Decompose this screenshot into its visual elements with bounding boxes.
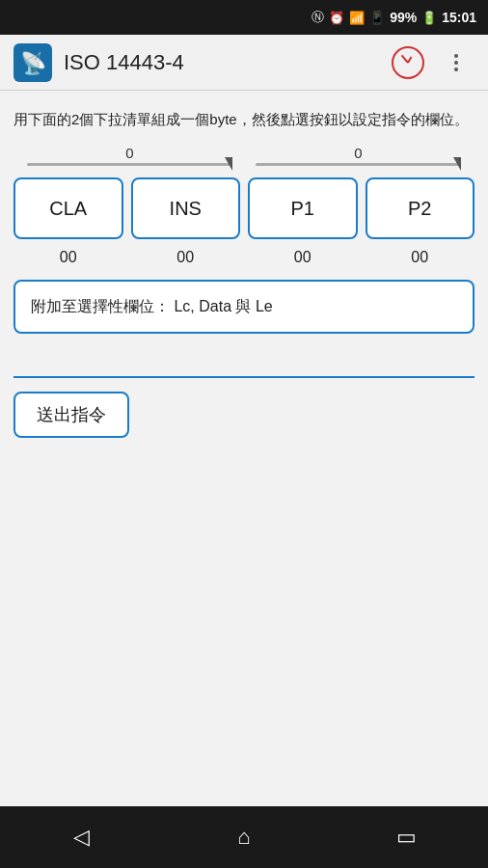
home-button[interactable]: ⌂ xyxy=(215,816,273,858)
slider-track-1[interactable] xyxy=(27,163,232,166)
p2-button[interactable]: P2 xyxy=(366,177,475,239)
ins-hex: 00 xyxy=(131,249,241,266)
menu-button[interactable] xyxy=(436,42,476,83)
optional-fields-label: 附加至選擇性欄位： Lc, Data 與 Le xyxy=(31,298,273,314)
instruction-text: 用下面的2個下拉清單組成一個byte，然後點選按鈕以設定指令的欄位。 xyxy=(14,108,474,131)
nav-bar: ◁ ⌂ ▭ xyxy=(0,806,488,868)
main-content: 用下面的2個下拉清單組成一個byte，然後點選按鈕以設定指令的欄位。 0 0 C… xyxy=(0,91,488,806)
home-icon: ⌂ xyxy=(237,825,250,850)
title-actions xyxy=(388,42,476,83)
clock-hand-minute xyxy=(401,54,409,63)
ins-button[interactable]: INS xyxy=(131,177,241,239)
app-title: ISO 14443-4 xyxy=(64,50,388,75)
title-bar: 📡 ISO 14443-4 xyxy=(0,35,488,91)
cla-button[interactable]: CLA xyxy=(14,177,123,239)
slider-track-2[interactable] xyxy=(256,163,461,166)
p1-button[interactable]: P1 xyxy=(248,177,358,239)
menu-dot-3 xyxy=(454,68,458,71)
recent-icon: ▭ xyxy=(396,825,417,850)
sliders-row: 0 0 xyxy=(14,145,474,166)
battery-text: 99% xyxy=(390,10,417,25)
alarm-icon: ⏰ xyxy=(329,11,344,25)
slider-group-1: 0 xyxy=(15,145,244,166)
p1-hex: 00 xyxy=(248,249,358,266)
clock-icon xyxy=(392,46,424,79)
svg-text:📡: 📡 xyxy=(20,50,47,76)
slider-group-2: 0 xyxy=(244,145,473,166)
optional-fields-box: 附加至選擇性欄位： Lc, Data 與 Le xyxy=(14,280,474,334)
slider-value-2: 0 xyxy=(354,145,362,161)
wifi-icon: 📶 xyxy=(349,11,365,25)
recent-button[interactable]: ▭ xyxy=(378,816,436,858)
send-button[interactable]: 送出指令 xyxy=(14,392,129,438)
slider-thumb-1 xyxy=(225,157,232,171)
status-bar: Ⓝ ⏰ 📶 📱 99% 🔋 15:01 xyxy=(0,0,488,35)
battery-icon: 🔋 xyxy=(421,11,437,25)
app-icon: 📡 xyxy=(12,41,54,84)
slider-value-1: 0 xyxy=(125,145,133,161)
back-button[interactable]: ◁ xyxy=(52,816,110,858)
clock-button[interactable] xyxy=(388,42,428,83)
back-icon: ◁ xyxy=(73,825,90,850)
time-text: 15:01 xyxy=(442,10,476,25)
text-input[interactable] xyxy=(14,343,474,378)
byte-buttons-row: CLA INS P1 P2 xyxy=(14,177,474,239)
p2-hex: 00 xyxy=(366,249,475,266)
nfc-icon: Ⓝ xyxy=(312,9,324,26)
cla-hex: 00 xyxy=(14,249,123,266)
menu-dot-2 xyxy=(454,61,458,65)
hex-values-row: 00 00 00 00 xyxy=(14,249,474,266)
slider-thumb-2 xyxy=(453,157,461,171)
signal-icon: 📱 xyxy=(369,11,385,25)
menu-dot-1 xyxy=(454,54,458,58)
